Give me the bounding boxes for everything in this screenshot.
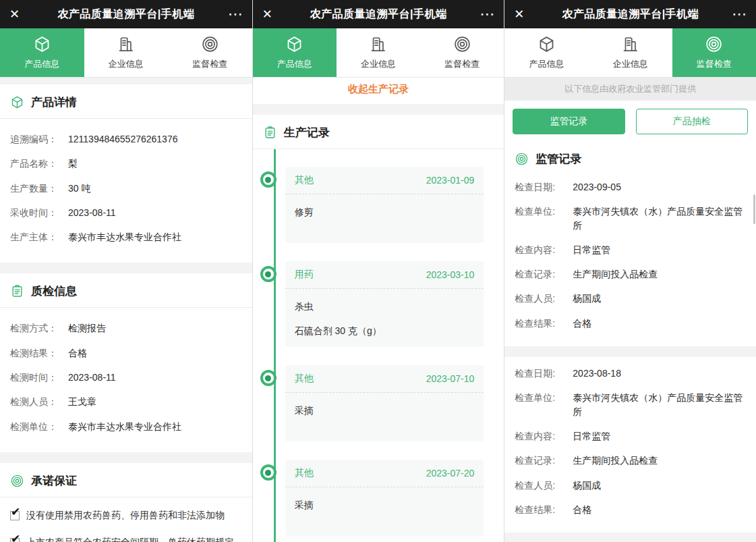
row-label: 检测时间：: [10, 371, 68, 384]
row-value: 合格: [573, 503, 744, 516]
collapse-production-record-link[interactable]: 收起生产记录: [348, 83, 409, 94]
section-title: 产品详情: [31, 94, 77, 110]
close-icon[interactable]: ✕: [9, 7, 36, 22]
row-value: 生产期间投入品检查: [573, 454, 744, 467]
row-label: 产品名称：: [10, 157, 68, 170]
row-label: 追溯编码：: [10, 132, 68, 146]
page-title: 农产品质量追溯平台|手机端: [36, 7, 216, 22]
row-value: 日常监管: [573, 429, 744, 443]
row-label: 检查单位:: [515, 205, 573, 218]
timeline-entry: 其他 2023-07-20 采摘: [285, 460, 484, 536]
entry-type: 其他: [295, 467, 314, 479]
timeline-entry: 用药 2023-03-10 杀虫 石硫合剂 30 克（g）: [285, 261, 484, 347]
target-icon: [453, 35, 471, 53]
divider: [253, 104, 504, 115]
building-icon: [621, 35, 639, 53]
timeline-entry-header: 其他 2023-07-20: [285, 460, 484, 487]
target-icon: [10, 474, 24, 488]
tab-company-info[interactable]: 企业信息: [337, 28, 420, 77]
row-value: 杨国成: [573, 292, 744, 305]
section-title: 监管记录: [535, 151, 581, 167]
info-row: 检查记录: 生产期间投入品检查: [515, 262, 744, 286]
tab-product-info[interactable]: 产品信息: [0, 28, 84, 77]
info-row: 检查结果: 合格: [515, 497, 744, 522]
info-row: 检查内容: 日常监管: [515, 238, 744, 262]
row-value: 梨: [68, 157, 240, 170]
tab-label: 企业信息: [109, 58, 144, 70]
more-icon[interactable]: ⋯: [467, 11, 494, 18]
checkbox-checked-icon[interactable]: ✔: [10, 538, 20, 542]
tab-label: 产品信息: [529, 58, 564, 70]
supervision-record: 检查日期: 2023-09-05 检查单位: 泰兴市河失镇农（水）产品质量安全监…: [504, 171, 756, 346]
entry-date: 2023-01-09: [426, 175, 475, 186]
scrollbar-thumb[interactable]: [753, 194, 755, 224]
tab-company-info[interactable]: 企业信息: [589, 28, 672, 77]
government-notice: 以下信息由政府农业监管部门提供: [504, 78, 756, 101]
tab-label: 产品信息: [277, 58, 312, 70]
more-icon[interactable]: ⋯: [720, 11, 747, 18]
timeline-entry-body: 采摘: [285, 393, 484, 441]
close-icon[interactable]: ✕: [262, 7, 289, 22]
row-value: 30 吨: [68, 182, 240, 195]
clipboard-icon: [263, 126, 277, 140]
info-row: 检测结果： 合格: [10, 341, 240, 365]
info-row: 检测时间： 2023-08-11: [10, 365, 240, 389]
app-header: ✕ 农产品质量追溯平台|手机端 ⋯: [0, 0, 252, 28]
row-label: 检查人员:: [515, 292, 573, 305]
production-record-header: 生产记录: [253, 115, 504, 149]
info-row: 检查人员: 杨国成: [515, 286, 744, 310]
divider: [504, 346, 756, 357]
row-value: 2023-08-18: [573, 367, 744, 380]
tab-supervision[interactable]: 监督检查: [168, 28, 252, 77]
tab-product-info[interactable]: 产品信息: [253, 28, 337, 77]
row-label: 检测人员：: [10, 395, 68, 408]
entry-date: 2023-07-10: [426, 373, 475, 384]
tab-bar: 产品信息 企业信息 监督检查: [504, 28, 756, 78]
divider: [0, 78, 252, 84]
section-title: 生产记录: [284, 125, 330, 140]
tab-bar: 产品信息 企业信息 监督检查: [253, 28, 504, 78]
row-value: 日常监管: [573, 243, 744, 256]
timeline-dot-icon: [260, 266, 277, 282]
divider: [0, 452, 252, 463]
tab-product-info[interactable]: 产品信息: [504, 28, 588, 77]
info-row: 检查人员: 杨国成: [515, 473, 744, 497]
tab-label: 监督检查: [444, 58, 479, 70]
entry-line: 石硫合剂 30 克（g）: [295, 313, 475, 337]
product-sampling-button[interactable]: 产品抽检: [636, 109, 748, 134]
row-label: 检查记录:: [515, 454, 573, 467]
target-icon: [515, 152, 529, 166]
timeline-entry-header: 其他 2023-01-09: [285, 167, 484, 194]
app-header: ✕ 农产品质量追溯平台|手机端 ⋯: [504, 0, 756, 28]
row-value: 2023-08-11: [68, 206, 240, 219]
screen-production-record: ✕ 农产品质量追溯平台|手机端 ⋯ 产品信息 企业信息 监督检查 收起生产记录: [252, 0, 504, 542]
commitment-item: ✔ 没有使用禁用农药兽药、停用兽药和非法添加物: [10, 510, 242, 522]
tab-supervision[interactable]: 监督检查: [672, 28, 756, 77]
entry-line: 修剪: [295, 198, 475, 219]
cube-icon: [537, 35, 556, 53]
tab-supervision[interactable]: 监督检查: [420, 28, 504, 77]
row-value: 生产期间投入品检查: [573, 267, 744, 281]
info-row: 生产主体： 泰兴市丰达水果专业合作社: [10, 225, 240, 249]
entry-line: 杀虫: [295, 293, 475, 313]
entry-type: 用药: [295, 269, 314, 281]
three-screen-composite: ✕ 农产品质量追溯平台|手机端 ⋯ 产品信息 企业信息 监督检查 产品详情: [0, 0, 756, 542]
checkbox-checked-icon[interactable]: ✔: [10, 511, 20, 520]
product-details-header: 产品详情: [0, 84, 252, 119]
info-row: 检查结果: 合格: [515, 311, 744, 335]
info-row: 检查内容: 日常监管: [515, 424, 744, 448]
commitment-text: 没有使用禁用农药兽药、停用兽药和非法添加物: [26, 510, 225, 522]
row-value: 泰兴市河失镇农（水）产品质量安全监管所: [573, 391, 744, 418]
info-row: 检测单位： 泰兴市丰达水果专业合作社: [10, 414, 240, 439]
entry-line: 采摘: [295, 491, 475, 512]
close-icon[interactable]: ✕: [514, 7, 541, 22]
timeline-entry-body: 采摘: [285, 487, 484, 536]
more-icon[interactable]: ⋯: [216, 11, 243, 18]
divider: [0, 263, 252, 273]
timeline-entry-header: 用药 2023-03-10: [285, 261, 484, 289]
tab-company-info[interactable]: 企业信息: [84, 28, 169, 77]
clipboard-icon: [10, 284, 24, 298]
supervision-records-button[interactable]: 监管记录: [513, 109, 624, 134]
tab-label: 监督检查: [697, 58, 732, 70]
tab-label: 产品信息: [24, 58, 59, 70]
